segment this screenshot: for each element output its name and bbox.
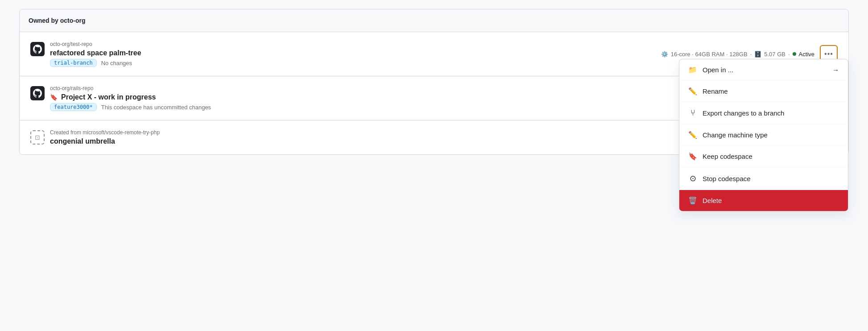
row-info-3: Created from microsoft/vscode-remote-try… — [50, 129, 160, 145]
db-icon-1: 🗄️ — [754, 51, 761, 58]
stop-icon: ⊙ — [688, 174, 697, 183]
folder-icon: 📁 — [688, 66, 697, 74]
dropdown-label-rename: Rename — [703, 87, 728, 95]
row-left-2: octo-org/rails-repo 🔖 Project X - work i… — [30, 85, 211, 111]
svg-rect-1 — [30, 86, 45, 100]
codespace-name-1: refactored space palm-tree — [50, 49, 141, 57]
branch-status-2: This codespace has uncommitted changes — [101, 104, 211, 111]
dropdown-item-stop[interactable]: ⊙ Stop codespace — [679, 167, 848, 190]
codespace-name-2: 🔖 Project X - work in progress — [50, 93, 211, 101]
branch-meta-2: feature3000* This codespace has uncommit… — [50, 103, 211, 111]
github-icon-2 — [30, 86, 45, 100]
dropdown-item-change-machine[interactable]: ✏️ Change machine type — [679, 124, 848, 146]
status-dot-1 — [793, 52, 796, 56]
pin-icon-2: 🔖 — [50, 94, 58, 101]
codespaces-list: Owned by octo-org octo-org/test-repo ref… — [19, 9, 849, 155]
arrow-icon: → — [832, 66, 839, 74]
branch-icon: ⑂ — [688, 108, 697, 118]
branch-meta-1: trial-branch No changes — [50, 59, 141, 67]
section-title: Owned by octo-org — [29, 17, 86, 24]
dropdown-menu: 📁 Open in ... → ✏️ Rename ⑂ Export chang… — [679, 59, 848, 211]
github-icon-1 — [30, 42, 45, 56]
row-left-1: octo-org/test-repo refactored space palm… — [30, 41, 141, 67]
dropdown-item-keep[interactable]: 🔖 Keep codespace — [679, 146, 848, 167]
bookmark-icon: 🔖 — [688, 152, 697, 161]
dropdown-label-keep: Keep codespace — [703, 153, 752, 160]
repo-name-2: octo-org/rails-repo — [50, 85, 211, 91]
section-header: Owned by octo-org — [20, 9, 848, 32]
dropdown-item-open[interactable]: 📁 Open in ... → — [679, 59, 848, 81]
wrench-icon: ✏️ — [688, 131, 697, 139]
codespace-row-1: octo-org/test-repo refactored space palm… — [20, 32, 848, 76]
specs-1: ⚙️ 16-core · 64GB RAM · 128GB · 🗄️ 5.07 … — [661, 51, 814, 58]
cpu-icon-1: ⚙️ — [661, 51, 668, 58]
dropdown-label-change-machine: Change machine type — [703, 131, 768, 139]
dropdown-item-rename[interactable]: ✏️ Rename — [679, 81, 848, 102]
dropdown-label-export: Export changes to a branch — [703, 109, 784, 117]
row-left-3: ⊡ Created from microsoft/vscode-remote-t… — [30, 129, 160, 145]
status-text-1: Active — [799, 51, 814, 58]
rename-icon: ✏️ — [688, 87, 697, 95]
row-info-2: octo-org/rails-repo 🔖 Project X - work i… — [50, 85, 211, 111]
repo-name-3: Created from microsoft/vscode-remote-try… — [50, 129, 160, 136]
row-info-1: octo-org/test-repo refactored space palm… — [50, 41, 141, 67]
branch-tag-1: trial-branch — [50, 59, 97, 67]
branch-status-1: No changes — [101, 60, 132, 66]
dropdown-label-delete: Delete — [703, 197, 722, 204]
dropdown-item-delete[interactable]: 🗑️ Delete — [679, 190, 848, 211]
dropdown-label-stop: Stop codespace — [703, 175, 751, 182]
dropdown-label-open: Open in ... — [703, 66, 733, 74]
codespace-name-3: congenial umbrella — [50, 137, 160, 145]
dashed-icon-3: ⊡ — [30, 130, 45, 145]
trash-icon: 🗑️ — [688, 196, 697, 205]
svg-rect-0 — [30, 42, 45, 56]
branch-tag-2: feature3000* — [50, 103, 97, 111]
dropdown-item-export[interactable]: ⑂ Export changes to a branch — [679, 102, 848, 124]
repo-name-1: octo-org/test-repo — [50, 41, 141, 47]
